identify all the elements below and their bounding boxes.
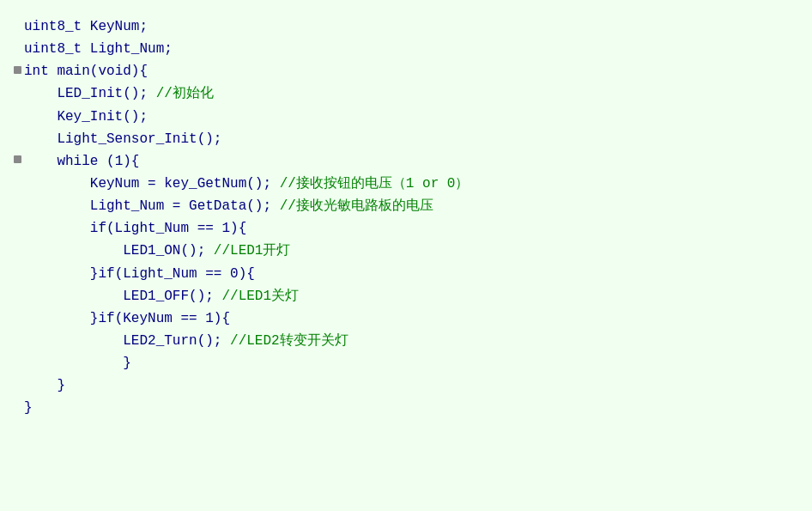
code-part-normal: (KeyNum == 1){	[115, 311, 230, 326]
code-part-normal: (1){	[98, 154, 139, 169]
code-line: KeyNum = key_GetNum(); //接收按钮的电压（1 or 0）	[14, 173, 798, 195]
code-part-normal	[24, 221, 90, 236]
line-marker-empty	[14, 285, 24, 307]
line-marker-empty	[14, 173, 24, 194]
code-part-comment: //LED2转变开关灯	[230, 333, 348, 349]
code-line: Light_Num = GetData(); //接收光敏电路板的电压	[14, 195, 798, 217]
code-part-comment: //LED1关灯	[221, 289, 299, 304]
code-part-comment: //LED1开灯	[214, 243, 291, 259]
code-line: }	[14, 397, 798, 419]
code-part-normal: Light_Sensor_Init();	[24, 131, 221, 147]
code-part-normal: (Light_Num == 0){	[115, 265, 255, 281]
code-line: }	[14, 374, 798, 397]
code-part-comment: //接收光敏电路板的电压	[280, 198, 433, 214]
code-part-normal: KeyNum = key_GetNum();	[24, 176, 280, 192]
line-marker-empty	[14, 195, 24, 216]
code-line: Light_Sensor_Init();	[14, 128, 798, 150]
code-part-normal: LED1_OFF();	[24, 289, 221, 304]
code-line: LED1_OFF(); //LED1关灯	[14, 285, 798, 307]
code-part-comment: //接收按钮的电压（1 or 0）	[280, 176, 470, 192]
code-part-normal: LED2_Turn();	[24, 333, 230, 349]
code-line: if(Light_Num == 1){	[14, 217, 798, 240]
line-marker-active	[14, 60, 24, 82]
code-line: }if(Light_Num == 0){	[14, 263, 798, 285]
code-line: int main(void){	[14, 60, 798, 82]
code-line: }	[14, 352, 798, 374]
code-part-keyword: if	[98, 265, 114, 281]
code-line: LED1_ON(); //LED1开灯	[14, 240, 798, 262]
code-line: LED_Init(); //初始化	[14, 82, 798, 105]
code-line: }if(KeyNum == 1){	[14, 307, 798, 330]
code-part-comment: //初始化	[156, 86, 214, 101]
code-part-normal: Key_Init();	[24, 108, 148, 124]
line-marker-empty	[14, 128, 24, 149]
breakpoint-indicator	[14, 155, 21, 163]
code-line: LED2_Turn(); //LED2转变开关灯	[14, 330, 798, 352]
code-line: uint8_t Light_Num;	[14, 38, 798, 60]
line-marker-empty	[14, 82, 24, 104]
line-marker-active	[14, 150, 24, 172]
code-part-normal: uint8_t KeyNum;	[24, 19, 148, 34]
line-marker-empty	[14, 106, 24, 127]
code-part-normal: }	[24, 311, 98, 326]
line-marker-empty	[14, 38, 24, 59]
code-part-normal: }	[24, 265, 98, 281]
line-marker-empty	[14, 240, 24, 261]
line-marker-empty	[14, 330, 24, 351]
code-part-keyword: int	[24, 64, 49, 79]
code-part-keyword: if	[90, 221, 106, 236]
code-editor: uint8_t KeyNum; uint8_t Light_Num; int m…	[0, 0, 812, 511]
code-part-normal: LED_Init();	[24, 86, 156, 101]
code-part-normal: (Light_Num == 1){	[106, 221, 246, 236]
code-part-keyword: while	[57, 154, 98, 169]
breakpoint-indicator	[14, 66, 21, 74]
code-part-normal: LED1_ON();	[24, 243, 214, 259]
code-part-normal: }	[24, 378, 65, 393]
line-marker-empty	[14, 352, 24, 374]
line-marker-empty	[14, 217, 24, 239]
code-line: while (1){	[14, 150, 798, 173]
code-part-normal: main(void){	[49, 64, 148, 79]
line-marker-empty	[14, 15, 24, 37]
code-line: uint8_t KeyNum;	[14, 15, 798, 38]
code-part-normal: uint8_t Light_Num;	[24, 41, 173, 57]
code-part-keyword: if	[98, 311, 114, 326]
code-content: uint8_t KeyNum; uint8_t Light_Num; int m…	[0, 7, 812, 429]
line-marker-empty	[14, 307, 24, 329]
code-part-normal: }	[24, 400, 33, 416]
code-line: Key_Init();	[14, 106, 798, 128]
code-part-normal: }	[24, 356, 131, 371]
code-part-normal	[24, 154, 57, 169]
line-marker-empty	[14, 374, 24, 396]
line-marker-empty	[14, 263, 24, 284]
code-part-normal: Light_Num = GetData();	[24, 198, 280, 214]
line-marker-empty	[14, 397, 24, 418]
